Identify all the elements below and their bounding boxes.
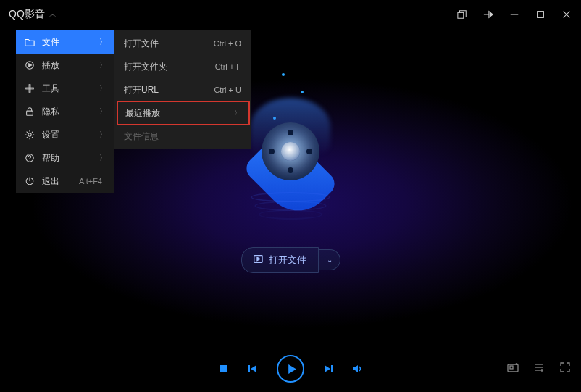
menu-shortcut: Alt+F4 xyxy=(79,177,102,185)
submenu-shortcut: Ctrl + O xyxy=(214,39,241,48)
open-file-button-group: 打开文件 ⌄ xyxy=(241,247,340,273)
menu-item-play[interactable]: 播放 〉 xyxy=(16,54,114,77)
app-title-text: QQ影音 xyxy=(9,8,45,21)
svg-rect-14 xyxy=(220,365,227,372)
submenu-label: 打开文件 xyxy=(124,38,214,50)
next-button[interactable] xyxy=(323,364,333,374)
svg-rect-0 xyxy=(458,12,464,18)
menu-label: 帮助 xyxy=(42,152,99,164)
svg-rect-16 xyxy=(331,365,333,372)
tools-icon xyxy=(23,83,36,93)
play-circle-icon xyxy=(23,60,36,70)
open-file-label: 打开文件 xyxy=(269,254,306,267)
mini-mode-icon[interactable] xyxy=(456,9,468,20)
submenu-label: 文件信息 xyxy=(124,130,241,143)
menu-item-help[interactable]: 帮助 〉 xyxy=(16,146,114,170)
submenu-recent[interactable]: 最近播放 〉 xyxy=(117,101,250,125)
menu-label: 退出 xyxy=(42,175,79,188)
chevron-right-icon: 〉 xyxy=(99,130,106,140)
submenu-label: 打开文件夹 xyxy=(124,61,215,73)
title-controls xyxy=(456,9,572,20)
menu-label: 隐私 xyxy=(42,106,99,118)
chevron-right-icon: 〉 xyxy=(99,60,106,70)
svg-rect-9 xyxy=(27,111,33,115)
submenu-shortcut: Ctrl + F xyxy=(215,62,241,71)
playback-bar xyxy=(1,347,580,391)
volume-button[interactable] xyxy=(352,364,362,374)
submenu-label: 最近播放 xyxy=(125,107,234,120)
power-icon xyxy=(23,176,36,186)
chevron-right-icon: 〉 xyxy=(234,108,241,118)
app-window: QQ影音 ︿ xyxy=(1,1,580,391)
reflection xyxy=(251,183,330,220)
chevron-right-icon: 〉 xyxy=(99,37,106,47)
bottom-right-controls xyxy=(507,362,571,376)
pin-icon[interactable] xyxy=(482,9,494,20)
menu-item-exit[interactable]: 退出 Alt+F4 xyxy=(16,170,114,193)
prev-button[interactable] xyxy=(248,364,258,374)
main-menu: 文件 〉 播放 〉 工具 〉 隐私 〉 设置 〉 帮助 〉 xyxy=(16,30,114,193)
app-title[interactable]: QQ影音 ︿ xyxy=(9,8,57,21)
menu-label: 工具 xyxy=(42,83,99,95)
submenu-shortcut: Ctrl + U xyxy=(214,86,241,94)
svg-rect-18 xyxy=(510,366,513,369)
menu-item-settings[interactable]: 设置 〉 xyxy=(16,123,114,146)
svg-rect-2 xyxy=(538,12,544,18)
chevron-right-icon: 〉 xyxy=(99,153,106,163)
svg-rect-15 xyxy=(248,365,250,372)
fullscreen-icon[interactable] xyxy=(559,362,571,376)
stop-button[interactable] xyxy=(219,364,229,374)
submenu-file-info: 文件信息 xyxy=(114,125,251,148)
lock-icon xyxy=(23,107,36,117)
chevron-right-icon: 〉 xyxy=(99,83,106,93)
menu-label: 播放 xyxy=(42,59,99,72)
open-file-dropdown[interactable]: ⌄ xyxy=(319,249,340,270)
svg-rect-7 xyxy=(26,88,34,89)
chevron-down-icon: ⌄ xyxy=(327,256,333,264)
submenu-open-url[interactable]: 打开URL Ctrl + U xyxy=(114,78,251,101)
caret-up-icon: ︿ xyxy=(49,9,57,20)
playback-controls xyxy=(219,355,362,383)
menu-label: 设置 xyxy=(42,129,99,141)
menu-item-tools[interactable]: 工具 〉 xyxy=(16,77,114,100)
file-submenu: 打开文件 Ctrl + O 打开文件夹 Ctrl + F 打开URL Ctrl … xyxy=(114,30,251,149)
chevron-right-icon: 〉 xyxy=(99,107,106,117)
menu-label: 文件 xyxy=(42,36,99,49)
snapshot-icon[interactable] xyxy=(507,362,519,376)
menu-item-privacy[interactable]: 隐私 〉 xyxy=(16,100,114,123)
close-button[interactable] xyxy=(561,9,572,20)
gear-icon xyxy=(23,130,36,140)
maximize-button[interactable] xyxy=(535,9,546,20)
svg-rect-8 xyxy=(29,85,30,93)
play-button[interactable] xyxy=(277,355,304,383)
menu-item-file[interactable]: 文件 〉 xyxy=(16,30,114,54)
particle-icon xyxy=(282,73,285,76)
help-icon xyxy=(23,153,36,163)
play-icon xyxy=(254,254,263,266)
submenu-label: 打开URL xyxy=(124,84,214,96)
submenu-open-file[interactable]: 打开文件 Ctrl + O xyxy=(114,32,251,55)
open-file-button[interactable]: 打开文件 xyxy=(241,247,319,273)
playlist-icon[interactable] xyxy=(533,362,545,376)
film-reel-icon xyxy=(262,122,319,180)
svg-point-10 xyxy=(28,133,31,136)
minimize-button[interactable] xyxy=(509,9,520,20)
particle-icon xyxy=(301,91,304,93)
title-bar: QQ影音 ︿ xyxy=(1,1,580,28)
folder-icon xyxy=(23,37,36,47)
submenu-open-folder[interactable]: 打开文件夹 Ctrl + F xyxy=(114,55,251,78)
